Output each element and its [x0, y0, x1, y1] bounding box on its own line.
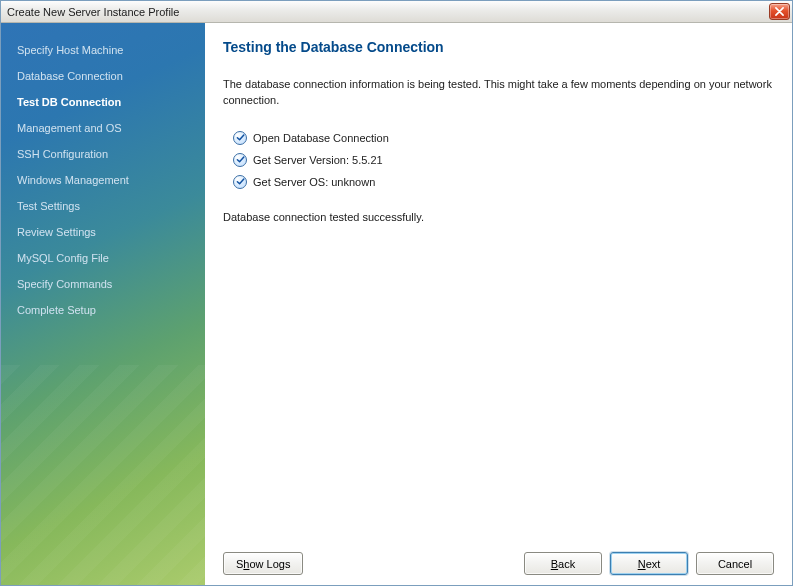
wizard-content: Testing the Database Connection The data…: [205, 23, 792, 585]
window-title: Create New Server Instance Profile: [7, 6, 769, 18]
sidebar-item-label: Database Connection: [17, 70, 123, 82]
sidebar-item-review-settings[interactable]: Review Settings: [1, 219, 205, 245]
check-row: Open Database Connection: [233, 127, 774, 149]
page-heading: Testing the Database Connection: [223, 39, 774, 55]
sidebar-item-specify-commands[interactable]: Specify Commands: [1, 271, 205, 297]
check-list: Open Database Connection Get Server Vers…: [233, 127, 774, 193]
check-row: Get Server Version: 5.5.21: [233, 149, 774, 171]
next-button[interactable]: Next: [610, 552, 688, 575]
check-success-icon: [233, 131, 247, 145]
back-button[interactable]: Back: [524, 552, 602, 575]
sidebar-item-label: Complete Setup: [17, 304, 96, 316]
check-label: Get Server Version: 5.5.21: [253, 154, 383, 166]
result-text: Database connection tested successfully.: [223, 211, 774, 223]
check-row: Get Server OS: unknown: [233, 171, 774, 193]
sidebar-item-label: Specify Commands: [17, 278, 112, 290]
sidebar-item-label: Windows Management: [17, 174, 129, 186]
page-description: The database connection information is b…: [223, 77, 774, 109]
sidebar-item-label: Review Settings: [17, 226, 96, 238]
sidebar-item-test-settings[interactable]: Test Settings: [1, 193, 205, 219]
check-label: Get Server OS: unknown: [253, 176, 375, 188]
sidebar-item-label: Test DB Connection: [17, 96, 121, 108]
sidebar-item-windows-mgmt[interactable]: Windows Management: [1, 167, 205, 193]
check-success-icon: [233, 153, 247, 167]
sidebar-item-label: SSH Configuration: [17, 148, 108, 160]
close-icon: [775, 6, 784, 18]
sidebar-item-specify-host[interactable]: Specify Host Machine: [1, 37, 205, 63]
cancel-button[interactable]: Cancel: [696, 552, 774, 575]
show-logs-button[interactable]: Show Logs: [223, 552, 303, 575]
sidebar-item-complete-setup[interactable]: Complete Setup: [1, 297, 205, 323]
footer: Show Logs Back Next Cancel: [223, 544, 774, 575]
check-success-icon: [233, 175, 247, 189]
sidebar-item-ssh-config[interactable]: SSH Configuration: [1, 141, 205, 167]
sidebar-item-label: MySQL Config File: [17, 252, 109, 264]
sidebar-item-mysql-config[interactable]: MySQL Config File: [1, 245, 205, 271]
close-button[interactable]: [769, 3, 790, 20]
wizard-window: Create New Server Instance Profile Speci…: [0, 0, 793, 586]
sidebar-item-label: Management and OS: [17, 122, 122, 134]
spacer: [223, 223, 774, 544]
sidebar-item-management-os[interactable]: Management and OS: [1, 115, 205, 141]
sidebar-item-test-db[interactable]: Test DB Connection: [1, 89, 205, 115]
sidebar-item-label: Specify Host Machine: [17, 44, 123, 56]
check-label: Open Database Connection: [253, 132, 389, 144]
sidebar-item-label: Test Settings: [17, 200, 80, 212]
sidebar-item-db-connection[interactable]: Database Connection: [1, 63, 205, 89]
wizard-sidebar: Specify Host Machine Database Connection…: [1, 23, 205, 585]
window-body: Specify Host Machine Database Connection…: [1, 23, 792, 585]
titlebar: Create New Server Instance Profile: [1, 1, 792, 23]
